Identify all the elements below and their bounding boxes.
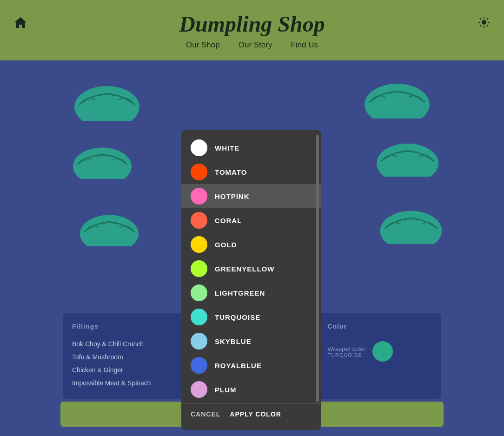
plum-dot: [191, 381, 207, 398]
header: Dumpling Shop Our Shop Our Story Find Us: [0, 0, 504, 60]
fillings-card: Fillings Bok Choy & Chili Crunch Tofu & …: [63, 313, 186, 399]
wrapper-color-circle[interactable]: [372, 341, 393, 362]
color-picker-dropdown: WHITE TOMATO HOTPINK CORAL GOLD GREENYEL…: [181, 130, 321, 430]
color-option-plum[interactable]: PLUM: [181, 377, 321, 402]
svg-point-9: [74, 86, 139, 121]
lightgreen-dot: [191, 284, 207, 301]
dumpling-decoration: [371, 132, 444, 177]
wrapper-color-value: TURQUOISE: [327, 352, 367, 358]
filling-item-2[interactable]: Chicken & Ginger: [72, 363, 177, 377]
site-title: Dumpling Shop: [179, 11, 325, 37]
color-option-lightgreen[interactable]: LIGHTGREEN: [181, 281, 321, 305]
color-option-coral[interactable]: CORAL: [181, 208, 321, 232]
tomato-dot: [191, 164, 207, 180]
dumpling-decoration: [70, 74, 144, 121]
apply-color-button[interactable]: APPLY COLOR: [230, 410, 281, 418]
dumpling-decoration: [374, 200, 448, 244]
gold-dot: [191, 236, 207, 253]
color-card: Color Wrapper color: TURQUOISE: [318, 313, 441, 399]
skyblue-dot: [191, 333, 207, 350]
color-option-skyblue[interactable]: SKYBLUE: [181, 329, 321, 353]
coral-dot: [191, 212, 207, 229]
royalblue-dot: [191, 357, 207, 374]
turquoise-dot: [191, 309, 207, 325]
color-option-turquoise[interactable]: TURQUOISE: [181, 305, 321, 329]
dumpling-decoration: [67, 137, 137, 179]
svg-point-12: [377, 144, 438, 177]
nav-our-shop[interactable]: Our Shop: [186, 40, 220, 50]
svg-point-0: [482, 20, 486, 25]
color-option-tomato[interactable]: TOMATO: [181, 160, 321, 184]
color-option-hotpink[interactable]: HOTPINK: [181, 184, 321, 208]
wrapper-color-label: Wrapper color:: [327, 345, 367, 352]
color-option-gold[interactable]: GOLD: [181, 232, 321, 257]
svg-line-8: [480, 25, 481, 26]
filling-item-1[interactable]: Tofu & Mushroom: [72, 350, 177, 363]
svg-point-14: [380, 211, 442, 244]
filling-item-3[interactable]: Impossible Meat & Spinach: [72, 377, 177, 390]
main-content: WHITE TOMATO HOTPINK CORAL GOLD GREENYEL…: [0, 60, 504, 436]
svg-point-11: [73, 148, 132, 179]
svg-line-6: [487, 25, 488, 26]
color-option-greenyellow[interactable]: GREENYELLOW: [181, 257, 321, 281]
dumpling-decoration: [360, 72, 434, 119]
cancel-button[interactable]: CANCEL: [191, 410, 220, 418]
nav-find-us[interactable]: Find Us: [291, 40, 318, 50]
nav-our-story[interactable]: Our Story: [239, 40, 272, 50]
color-option-royalblue[interactable]: ROYALBLUE: [181, 353, 321, 377]
svg-line-7: [487, 18, 488, 20]
brightness-icon[interactable]: [478, 16, 490, 31]
color-picker-actions: CANCEL APPLY COLOR: [181, 403, 321, 424]
svg-line-5: [480, 18, 481, 20]
fillings-title: Fillings: [72, 323, 177, 330]
home-icon[interactable]: [14, 16, 27, 31]
color-title: Color: [327, 323, 432, 330]
scrollbar[interactable]: [316, 135, 319, 402]
hotpink-dot: [191, 188, 207, 205]
wrapper-color-row: Wrapper color: TURQUOISE: [327, 341, 432, 362]
nav-menu: Our Shop Our Story Find Us: [186, 40, 318, 50]
svg-point-10: [365, 84, 430, 119]
svg-point-13: [80, 215, 139, 247]
dumpling-decoration: [74, 205, 144, 246]
white-dot: [191, 139, 207, 156]
greenyellow-dot: [191, 260, 207, 277]
color-option-white[interactable]: WHITE: [181, 136, 321, 160]
filling-item-0[interactable]: Bok Choy & Chili Crunch: [72, 337, 177, 350]
